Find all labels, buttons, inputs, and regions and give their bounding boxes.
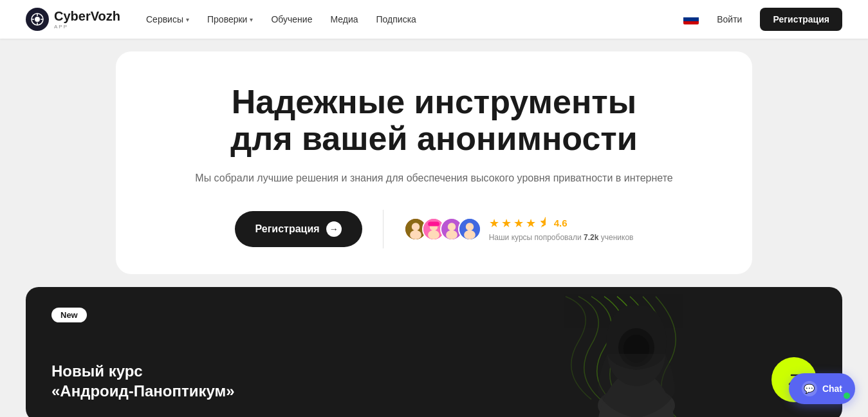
- login-button[interactable]: Войти: [706, 9, 752, 30]
- svg-point-7: [411, 223, 419, 230]
- svg-point-15: [446, 230, 457, 239]
- hero-actions: Регистрация →: [142, 210, 726, 248]
- avatar: [458, 218, 481, 241]
- hooded-figure: [572, 296, 701, 417]
- svg-rect-12: [428, 221, 439, 226]
- social-proof: ★ ★ ★ ★ ⯨ 4.6 Наши курсы попробовали 7.2…: [404, 216, 634, 242]
- arrow-icon: →: [326, 221, 342, 237]
- course-title: Новый курс «Андроид-Паноптикум»: [51, 361, 235, 401]
- nav-education[interactable]: Обучение: [271, 14, 312, 24]
- hero-register-button[interactable]: Регистрация →: [235, 211, 362, 247]
- star-icon: ★: [489, 216, 499, 230]
- svg-point-11: [428, 230, 439, 239]
- course-card: New Новый курс «Андроид-Паноптикум»: [26, 287, 842, 417]
- chevron-down-icon: ▾: [186, 16, 189, 23]
- hero-card: Надежные инструменты для вашей анонимнос…: [116, 51, 752, 274]
- course-card-section: New Новый курс «Андроид-Паноптикум»: [26, 287, 842, 417]
- rating-info: ★ ★ ★ ★ ⯨ 4.6 Наши курсы попробовали 7.2…: [489, 216, 634, 242]
- logo-name: CyberVozh: [54, 9, 120, 23]
- chat-button[interactable]: 💬 Chat: [789, 373, 855, 404]
- register-button[interactable]: Регистрация: [760, 8, 842, 31]
- nav-checks[interactable]: Проверки ▾: [207, 14, 253, 24]
- nav-subscription[interactable]: Подписка: [376, 14, 416, 24]
- star-icon: ★: [513, 216, 524, 230]
- star-half-icon: ⯨: [538, 216, 549, 230]
- avatar-group: [404, 218, 481, 241]
- nav-services[interactable]: Сервисы ▾: [146, 14, 189, 24]
- hero-subtitle: Мы собрали лучшие решения и знания для о…: [142, 170, 726, 187]
- course-card-left: New Новый курс «Андроид-Паноптикум»: [51, 308, 235, 401]
- logo-icon: [26, 8, 49, 31]
- svg-point-8: [410, 230, 421, 239]
- nav-links: Сервисы ▾ Проверки ▾ Обучение Медиа Подп…: [146, 14, 683, 24]
- nav-media[interactable]: Медиа: [330, 14, 358, 24]
- main-content: Надежные инструменты для вашей анонимнос…: [0, 39, 868, 417]
- chat-bubble-icon: 💬: [802, 381, 817, 396]
- language-flag-icon[interactable]: [683, 14, 699, 24]
- hero-title: Надежные инструменты для вашей анонимнос…: [142, 84, 726, 157]
- star-icon: ★: [501, 216, 512, 230]
- rating-number: 4.6: [554, 218, 568, 228]
- chat-label: Chat: [822, 384, 842, 394]
- chevron-down-icon: ▾: [250, 16, 253, 23]
- svg-point-18: [464, 230, 476, 239]
- nav-right: Войти Регистрация: [683, 8, 842, 31]
- logo-subtext: APP: [54, 24, 120, 30]
- svg-point-17: [465, 223, 473, 230]
- online-status-dot: [844, 393, 850, 399]
- logo[interactable]: CyberVozh APP: [26, 8, 120, 31]
- navbar: CyberVozh APP Сервисы ▾ Проверки ▾ Обуче…: [0, 0, 868, 39]
- star-icon: ★: [526, 216, 536, 230]
- rating-text: Наши курсы попробовали 7.2k учеников: [489, 233, 634, 242]
- star-rating: ★ ★ ★ ★ ⯨ 4.6: [489, 216, 634, 230]
- svg-point-14: [447, 223, 455, 230]
- student-count: 7.2k: [584, 233, 598, 242]
- new-badge: New: [51, 308, 87, 322]
- svg-point-1: [35, 17, 40, 22]
- vertical-divider: [383, 210, 383, 248]
